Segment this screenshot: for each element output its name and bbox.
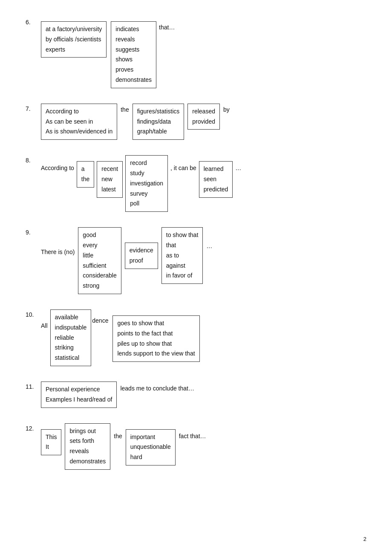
box-8-article: a the bbox=[77, 161, 94, 188]
box-7-figures: figures/statistics findings/data graph/t… bbox=[133, 104, 184, 140]
text-7-the: the bbox=[121, 104, 129, 113]
box-10-goes: goes to show that points to the fact tha… bbox=[112, 315, 199, 362]
box-7-phrases: According to As can be seen in As is sho… bbox=[41, 104, 117, 140]
section-10: 10. All available indisputable reliable … bbox=[26, 309, 366, 366]
section-8: 8. According to a the recent new latest … bbox=[26, 155, 366, 212]
box-9-toshow: to show that that as to against in favor… bbox=[161, 227, 203, 284]
text-9-ellipsis: … bbox=[206, 227, 212, 249]
box-8-adj: recent new latest bbox=[97, 161, 123, 197]
box-12-this-it: This It bbox=[41, 429, 61, 456]
text-8-ellipsis: … bbox=[235, 155, 241, 171]
section-12: 12. This It brings out sets forth reveal… bbox=[26, 423, 366, 470]
box-10-adj: available indisputable reliable striking… bbox=[50, 309, 92, 366]
section-number-7: 7. bbox=[26, 104, 41, 112]
section-6: 6. at a factory/university by officials … bbox=[26, 17, 366, 88]
section-number-11: 11. bbox=[26, 382, 41, 390]
section-number-12: 12. bbox=[26, 423, 41, 432]
text-12-fact: fact that… bbox=[179, 423, 206, 439]
box-12-important: important unquestionable hard bbox=[126, 429, 176, 465]
box-12-brings: brings out sets forth reveals demonstrat… bbox=[65, 423, 110, 470]
section-number-10: 10. bbox=[26, 309, 41, 318]
section-11: 11. Personal experience Examples I heard… bbox=[26, 382, 366, 408]
text-10-all: All bbox=[41, 309, 48, 329]
section-number-9: 9. bbox=[26, 227, 41, 236]
box-7-released: released provided bbox=[187, 104, 220, 130]
box-6-verbs: indicates reveals suggests shows proves … bbox=[111, 21, 156, 88]
text-11-leads: leads me to conclude that… bbox=[120, 382, 194, 392]
box-8-learned: learned seen predicted bbox=[199, 161, 233, 197]
box-9-adj: good every little sufficient considerabl… bbox=[78, 227, 121, 294]
box-9-evidence: evidence proof bbox=[125, 243, 158, 269]
section-7: 7. According to As can be seen in As is … bbox=[26, 104, 366, 140]
text-6-that: that… bbox=[159, 21, 175, 31]
section-9: 9. There is (no) good every little suffi… bbox=[26, 227, 366, 294]
text-7-by: by bbox=[223, 104, 230, 113]
section-number-6: 6. bbox=[26, 17, 41, 26]
text-12-the: the bbox=[114, 423, 122, 439]
section-number-8: 8. bbox=[26, 155, 41, 164]
box-8-record: record study investigation survey poll bbox=[125, 155, 168, 212]
box-11-experience: Personal experience Examples I heard/rea… bbox=[41, 382, 117, 408]
text-8-itcanbe: , it can be bbox=[170, 155, 196, 171]
text-8-according: According to bbox=[41, 155, 74, 171]
page-number: 2 bbox=[363, 536, 366, 542]
text-9-thereisno: There is (no) bbox=[41, 227, 75, 255]
text-10-dence: dence bbox=[92, 309, 108, 324]
box-6-location: at a factory/university by officials /sc… bbox=[41, 21, 107, 58]
